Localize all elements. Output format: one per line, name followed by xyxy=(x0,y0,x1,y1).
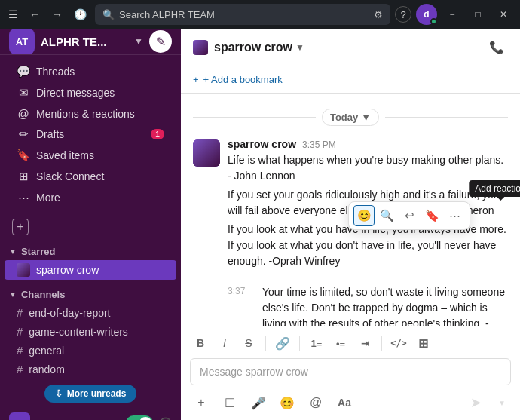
sidebar-footer: SC sparrow crow 🎧 xyxy=(0,406,181,420)
sidebar-item-threads[interactable]: 💬 Threads xyxy=(5,61,176,82)
sidebar-item-label: Direct messages xyxy=(36,87,115,99)
down-arrow-icon: ⇩ xyxy=(55,388,63,399)
sidebar-item-direct-messages[interactable]: ✉ Direct messages xyxy=(5,82,176,103)
window-controls: ☰ xyxy=(6,8,20,21)
add-button[interactable]: + xyxy=(190,391,213,414)
emoji-search-button[interactable]: 🔍 xyxy=(376,205,397,226)
back-button[interactable]: ← xyxy=(24,4,45,25)
message-avatar xyxy=(193,139,220,167)
workspace-avatar: AT xyxy=(9,29,35,54)
call-button[interactable]: 📞 xyxy=(485,36,508,59)
channels-section-header[interactable]: ▼ Channels xyxy=(0,286,181,303)
emoji-reaction-button[interactable]: 😊 xyxy=(353,205,375,226)
help-button[interactable]: ? xyxy=(395,6,411,23)
toolbar-separator xyxy=(381,336,382,351)
message-input[interactable]: Message sparrow crow xyxy=(190,358,511,385)
starred-label: Starred xyxy=(21,246,56,257)
hash-icon: # xyxy=(17,344,23,357)
channel-chevron-icon: ▼ xyxy=(295,42,304,53)
channel-label: general xyxy=(29,345,64,357)
bold-button[interactable]: B xyxy=(190,333,211,354)
sidebar-item-label: Mentions & reactions xyxy=(36,108,135,120)
reply-button[interactable]: ↩ xyxy=(399,205,420,226)
toolbar-separator xyxy=(265,336,266,351)
format-button[interactable]: Aa xyxy=(333,391,356,414)
more-formatting-button[interactable]: ⊞ xyxy=(412,333,433,354)
date-label[interactable]: Today ▼ xyxy=(322,109,379,126)
toggle-knob xyxy=(139,417,151,420)
sidebar-item-saved[interactable]: 🔖 Saved items xyxy=(5,145,176,166)
sidebar-nav: 💬 Threads ✉ Direct messages @ Mentions &… xyxy=(0,55,181,214)
message-time: 3:35 PM xyxy=(302,139,336,150)
code-block-button[interactable]: </> xyxy=(388,333,409,354)
drafts-badge: 1 xyxy=(151,129,164,139)
ordered-list-button[interactable]: 1≡ xyxy=(306,333,327,354)
sidebar-channel-random[interactable]: # random xyxy=(5,360,176,379)
bookmark-bar: + + Add a bookmark xyxy=(181,66,520,94)
chevron-down-icon: ▼ xyxy=(9,290,17,299)
close-button[interactable]: ✕ xyxy=(493,4,514,25)
status-toggle[interactable] xyxy=(126,415,153,420)
nav-controls: ← → 🕑 xyxy=(24,4,90,25)
saved-icon: 🔖 xyxy=(17,149,30,162)
workspace-chevron-icon: ▼ xyxy=(134,36,143,47)
hash-icon: # xyxy=(17,325,23,338)
add-bookmark-button[interactable]: + + Add a bookmark xyxy=(193,74,283,85)
sidebar-item-slack-connect[interactable]: ⊞ Slack Connect xyxy=(5,166,176,187)
message-author[interactable]: sparrow crow xyxy=(228,138,296,150)
bookmark-message-button[interactable]: 🔖 xyxy=(421,205,442,226)
audio-button[interactable]: 🎤 xyxy=(247,391,270,414)
channel-header-right: 📞 xyxy=(485,36,508,59)
search-bar[interactable]: 🔍 Search ALPHR TEAM ⚙ xyxy=(95,4,390,25)
minimize-button[interactable]: − xyxy=(442,4,463,25)
emoji-button[interactable]: 😊 xyxy=(276,391,298,414)
send-button[interactable]: ➤ xyxy=(464,391,487,414)
sidebar-item-mentions[interactable]: @ Mentions & reactions xyxy=(5,103,176,124)
workspace-header[interactable]: AT ALPHR TE... ▼ ✎ xyxy=(0,29,181,55)
plus-icon: + xyxy=(193,74,199,85)
add-workspace-btn[interactable]: + xyxy=(0,216,181,238)
italic-button[interactable]: I xyxy=(214,333,235,354)
status-dot xyxy=(430,18,437,25)
titlebar-right: ? d − □ ✕ xyxy=(395,4,514,25)
slack-connect-icon: ⊞ xyxy=(17,170,30,183)
history-button[interactable]: 🕑 xyxy=(69,4,90,25)
sidebar-item-drafts[interactable]: ✏ Drafts 1 xyxy=(5,124,176,145)
more-unreads-label: More unreads xyxy=(67,388,127,399)
forward-button[interactable]: → xyxy=(47,4,68,25)
message-text: Your time is limited, so don't waste it … xyxy=(262,284,508,326)
starred-section-header[interactable]: ▼ Starred xyxy=(0,243,181,260)
link-button[interactable]: 🔗 xyxy=(272,333,293,354)
sidebar-channel-end-of-day-report[interactable]: # end-of-day-report xyxy=(5,303,176,322)
main-layout: AT ALPHR TE... ▼ ✎ 💬 Threads ✉ Direct me… xyxy=(0,29,520,420)
hash-icon: # xyxy=(17,306,23,319)
strikethrough-button[interactable]: S xyxy=(238,333,259,354)
more-unreads-button[interactable]: ⇩ More unreads xyxy=(44,385,137,403)
mentions-icon: @ xyxy=(17,107,30,120)
sidebar-channel-general[interactable]: # general xyxy=(5,341,176,360)
mention-button[interactable]: @ xyxy=(304,391,327,414)
user-avatar[interactable]: d xyxy=(416,4,437,25)
drafts-icon: ✏ xyxy=(17,127,30,141)
message-header: sparrow crow 3:35 PM xyxy=(228,138,508,150)
footer-avatar[interactable]: SC xyxy=(9,412,30,420)
hamburger-icon[interactable]: ☰ xyxy=(6,8,20,21)
sidebar-channel-sparrow-crow[interactable]: sparrow crow xyxy=(5,260,176,280)
unordered-list-button[interactable]: •≡ xyxy=(330,333,351,354)
divider-line xyxy=(193,117,316,118)
dm-icon: ✉ xyxy=(17,86,30,100)
channels-label: Channels xyxy=(21,289,66,300)
channel-header: sparrow crow ▼ 📞 xyxy=(181,29,520,66)
sidebar-item-more[interactable]: ⋯ More xyxy=(5,187,176,208)
more-actions-button[interactable]: ⋯ xyxy=(444,205,465,226)
sidebar-channel-game-content-writers[interactable]: # game-content-writers xyxy=(5,322,176,341)
channel-label: end-of-day-report xyxy=(29,307,110,319)
search-text: Search ALPHR TEAM xyxy=(119,9,215,20)
send-dropdown[interactable]: ▼ xyxy=(493,391,511,414)
maximize-button[interactable]: □ xyxy=(467,4,488,25)
indent-button[interactable]: ⇥ xyxy=(354,333,375,354)
threads-icon: 💬 xyxy=(17,65,30,78)
attachment-button[interactable]: ☐ xyxy=(219,391,241,414)
compose-button[interactable]: ✎ xyxy=(149,30,172,53)
channel-name[interactable]: sparrow crow ▼ xyxy=(214,41,304,54)
